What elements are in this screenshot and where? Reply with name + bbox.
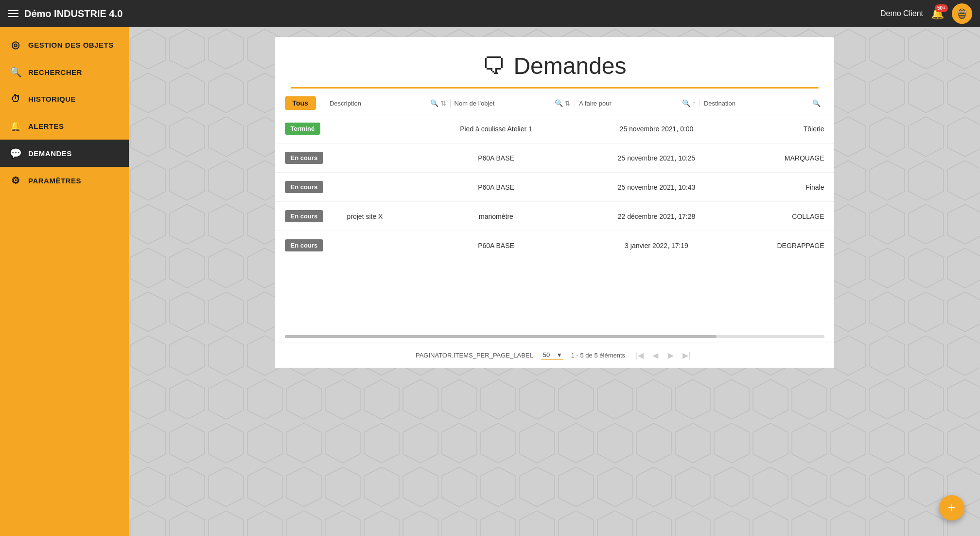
scrollbar-track (285, 335, 824, 338)
row-destination-cell: Tôlerie (737, 125, 824, 133)
filter-icons-description: 🔍 ⇅ (430, 99, 446, 107)
avatar[interactable] (952, 3, 972, 24)
content-area: 🗨 Demandes Tous Description 🔍 ⇅ Nom de l… (129, 27, 980, 536)
sidebar-label-alertes: ALERTES (28, 122, 64, 130)
paginator-nav: |◀ ◀ ▶ ▶| (633, 348, 693, 362)
search-icon-nom[interactable]: 🔍 (555, 99, 563, 107)
search-icon-destination[interactable]: 🔍 (812, 99, 821, 107)
row-status-cell: En cours (285, 152, 343, 164)
status-badge: En cours (285, 181, 324, 193)
sidebar-label-rechercher: RECHERCHER (28, 68, 82, 76)
sidebar-item-parametres[interactable]: ⚙ PARAMÈTRES (0, 167, 129, 194)
paginator-prev-button[interactable]: ◀ (648, 348, 662, 362)
filter-icons-destination: 🔍 (812, 99, 821, 107)
search-icon-afairepour[interactable]: 🔍 (682, 99, 690, 107)
notification-bell[interactable]: 🔔 50+ (931, 7, 944, 20)
table-row[interactable]: En cours projet site X manomètre 22 déce… (275, 202, 834, 231)
paginator-last-button[interactable]: ▶| (680, 348, 693, 362)
demandes-icon: 🗨 (482, 53, 506, 79)
scrollbar-thumb (285, 335, 717, 338)
row-nom-cell: P60A BASE (416, 242, 577, 250)
sidebar: ◎ GESTION DES OBJETS 🔍 RECHERCHER ⏱ HIST… (0, 27, 129, 536)
row-status-cell: En cours (285, 239, 343, 251)
card-header: 🗨 Demandes (275, 37, 834, 83)
filter-col-description: Description 🔍 ⇅ (326, 99, 451, 107)
search-icon-description[interactable]: 🔍 (430, 99, 438, 107)
paginator-select-wrap: 10 25 50 100 ▼ (541, 350, 563, 360)
filter-label-destination: Destination (704, 100, 812, 107)
filter-col-afairepour: A faire pour 🔍 ↑ (575, 99, 700, 107)
table-row[interactable]: Terminé Pied à coulisse Atelier 1 25 nov… (275, 114, 834, 143)
menu-button[interactable] (8, 10, 18, 17)
row-destination-cell: MARQUAGE (737, 154, 824, 162)
main-layout: ◎ GESTION DES OBJETS 🔍 RECHERCHER ⏱ HIST… (0, 27, 980, 536)
plus-icon: + (948, 500, 956, 516)
bell-icon: 🔔 (10, 120, 21, 132)
sort-up-icon-afairepour[interactable]: ↑ (692, 100, 696, 107)
sidebar-label-demandes: DEMANDES (28, 149, 72, 158)
sidebar-label-historique: HISTORIQUE (28, 95, 76, 103)
sidebar-item-historique[interactable]: ⏱ HISTORIQUE (0, 86, 129, 112)
row-nom-cell: Pied à coulisse Atelier 1 (416, 125, 577, 133)
paginator-label: PAGINATOR.ITEMS_PER_PAGE_LABEL (416, 352, 533, 359)
row-destination-cell: Finale (737, 183, 824, 191)
filter-col-destination: Destination 🔍 (700, 99, 824, 107)
row-description-cell: projet site X (343, 213, 416, 220)
gear-icon: ⚙ (10, 175, 21, 186)
filter-col-nom: Nom de l'objet 🔍 ⇅ (451, 99, 576, 107)
sidebar-item-rechercher[interactable]: 🔍 RECHERCHER (0, 58, 129, 86)
topbar-right: Demo Client 🔔 50+ (880, 3, 972, 24)
status-badge: Terminé (285, 123, 321, 135)
row-status-cell: En cours (285, 210, 343, 222)
status-badge: En cours (285, 210, 324, 222)
filter-icons-nom: 🔍 ⇅ (555, 99, 571, 107)
topbar: Démo INDUSTRIE 4.0 Demo Client 🔔 50+ (0, 0, 980, 27)
row-date-cell: 22 décembre 2021, 17:28 (577, 213, 737, 220)
svg-point-9 (962, 10, 963, 11)
sidebar-item-gestion[interactable]: ◎ GESTION DES OBJETS (0, 31, 129, 58)
paginator-first-button[interactable]: |◀ (633, 348, 647, 362)
table-body: Terminé Pied à coulisse Atelier 1 25 nov… (275, 114, 834, 331)
app-title: Démo INDUSTRIE 4.0 (24, 8, 122, 19)
sidebar-item-demandes[interactable]: 💬 DEMANDES (0, 140, 129, 167)
row-nom-cell: manomètre (416, 213, 577, 220)
table-row[interactable]: En cours P60A BASE 25 novembre 2021, 10:… (275, 143, 834, 173)
chat-icon: 💬 (10, 147, 21, 159)
filter-label-nom: Nom de l'objet (455, 100, 555, 107)
row-destination-cell: COLLAGE (737, 213, 824, 220)
status-badge: En cours (285, 152, 324, 164)
fab-add-button[interactable]: + (939, 495, 964, 520)
sidebar-label-parametres: PARAMÈTRES (28, 177, 81, 185)
user-name: Demo Client (880, 9, 923, 18)
paginator-info: 1 - 5 de 5 éléments (571, 352, 625, 359)
search-icon: 🔍 (10, 66, 21, 78)
row-date-cell: 25 novembre 2021, 0:00 (577, 125, 737, 133)
filter-all-badge[interactable]: Tous (285, 96, 316, 110)
filter-icons-afairepour: 🔍 ↑ (682, 99, 696, 107)
sort-icon-description[interactable]: ⇅ (440, 99, 446, 107)
status-badge: En cours (285, 239, 324, 251)
row-destination-cell: DEGRAPPAGE (737, 242, 824, 250)
row-nom-cell: P60A BASE (416, 183, 577, 191)
table-row[interactable]: En cours P60A BASE 3 janvier 2022, 17:19… (275, 231, 834, 260)
sort-icon-nom[interactable]: ⇅ (565, 99, 571, 107)
sidebar-label-gestion: GESTION DES OBJETS (28, 41, 114, 49)
row-nom-cell: P60A BASE (416, 154, 577, 162)
target-icon: ◎ (10, 39, 21, 51)
main-card: 🗨 Demandes Tous Description 🔍 ⇅ Nom de l… (275, 37, 834, 368)
notification-badge: 50+ (935, 4, 948, 12)
paginator-next-button[interactable]: ▶ (664, 348, 678, 362)
row-status-cell: En cours (285, 181, 343, 193)
row-status-cell: Terminé (285, 123, 343, 135)
horizontal-scrollbar[interactable] (275, 331, 834, 342)
paginator-select[interactable]: 10 25 50 100 (541, 350, 563, 360)
filter-label-afairepour: A faire pour (579, 100, 682, 107)
table-row[interactable]: En cours P60A BASE 25 novembre 2021, 10:… (275, 173, 834, 202)
svg-point-7 (963, 11, 966, 13)
topbar-left: Démo INDUSTRIE 4.0 (8, 8, 122, 19)
page-title: Demandes (513, 53, 626, 79)
filter-label-description: Description (330, 100, 430, 107)
row-date-cell: 25 novembre 2021, 10:43 (577, 183, 737, 191)
row-date-cell: 3 janvier 2022, 17:19 (577, 242, 737, 250)
sidebar-item-alertes[interactable]: 🔔 ALERTES (0, 112, 129, 140)
